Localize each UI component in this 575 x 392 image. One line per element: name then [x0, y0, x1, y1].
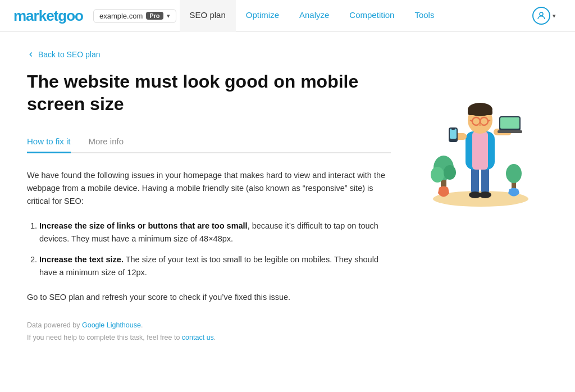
list-item: Increase the text size. The size of your…: [39, 253, 391, 279]
svg-rect-21: [498, 130, 522, 133]
nav-analyze[interactable]: Analyze: [289, 0, 339, 32]
tab-more-info[interactable]: More info: [89, 131, 124, 153]
footer-suffix: .: [141, 321, 143, 329]
google-lighthouse-link[interactable]: Google Lighthouse: [82, 321, 141, 329]
domain-selector[interactable]: example.com Pro ▾: [93, 9, 176, 23]
navbar: marketgoo example.com Pro ▾ SEO plan Opt…: [0, 0, 575, 32]
illustration: [416, 56, 545, 213]
chevron-down-icon: ▾: [167, 12, 170, 20]
tab-how-to-fix[interactable]: How to fix it: [27, 131, 71, 153]
svg-point-0: [540, 12, 543, 16]
page-title: The website must look good on mobile scr…: [27, 70, 391, 115]
user-menu[interactable]: ▾: [527, 7, 562, 25]
pro-badge: Pro: [146, 12, 163, 20]
svg-rect-13: [472, 131, 488, 170]
avatar-chevron-icon: ▾: [553, 12, 556, 20]
cta-text: Go to SEO plan and refresh your score to…: [27, 293, 391, 302]
footer: Data powered by Google Lighthouse. If yo…: [27, 320, 391, 344]
contact-us-link[interactable]: contact us: [182, 334, 214, 341]
domain-text: example.com: [99, 12, 143, 20]
issue-1-bold: Increase the size of links or buttons th…: [39, 221, 248, 230]
nav-seo-plan[interactable]: SEO plan: [180, 0, 236, 32]
nav-tools[interactable]: Tools: [404, 0, 444, 32]
svg-point-5: [444, 165, 456, 180]
svg-point-4: [431, 167, 444, 183]
avatar: [532, 7, 550, 25]
tabs: How to fix it More info: [27, 131, 391, 153]
back-link-label: Back to SEO plan: [38, 50, 101, 59]
list-item: Increase the size of links or buttons th…: [39, 220, 391, 245]
svg-point-30: [478, 124, 482, 126]
intro-text: We have found the following issues in yo…: [27, 169, 391, 208]
svg-rect-17: [451, 128, 455, 130]
svg-rect-16: [450, 129, 457, 139]
issue-2-bold: Increase the text size.: [39, 255, 124, 264]
svg-rect-24: [468, 110, 492, 115]
back-link[interactable]: Back to SEO plan: [27, 50, 391, 59]
svg-rect-20: [500, 117, 519, 129]
logo[interactable]: marketgoo: [13, 7, 83, 25]
footer-prefix: Data powered by: [27, 321, 82, 329]
svg-point-7: [506, 164, 522, 183]
svg-point-11: [479, 192, 491, 198]
back-icon: [27, 51, 35, 58]
nav-links: SEO plan Optimize Analyze Competition To…: [180, 0, 445, 32]
nav-optimize[interactable]: Optimize: [236, 0, 289, 32]
footer-line2-prefix: If you need help to complete this task, …: [27, 334, 182, 341]
illustration-area: [413, 50, 548, 344]
footer-line2-suffix: .: [214, 334, 216, 341]
main-content: Back to SEO plan The website must look g…: [0, 32, 575, 371]
issues-list: Increase the size of links or buttons th…: [27, 220, 391, 280]
nav-competition[interactable]: Competition: [339, 0, 404, 32]
content-left: Back to SEO plan The website must look g…: [27, 50, 391, 344]
